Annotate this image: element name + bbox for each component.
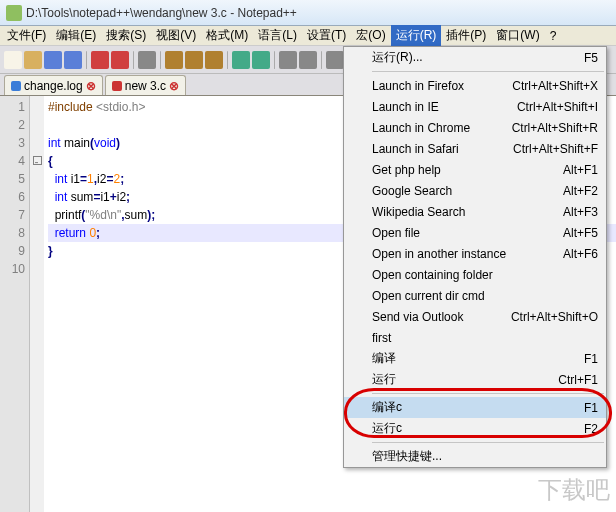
find-icon[interactable] <box>279 51 297 69</box>
tab-1[interactable]: new 3.c⊗ <box>105 75 186 95</box>
menu-10[interactable]: 窗口(W) <box>491 25 544 46</box>
separator <box>133 51 134 69</box>
menu-item-label: Google Search <box>372 184 452 198</box>
menu-item-0[interactable]: 运行(R)...F5 <box>344 47 606 68</box>
app-icon <box>6 5 22 21</box>
menu-item-13[interactable]: Send via OutlookCtrl+Alt+Shift+O <box>344 306 606 327</box>
menu-0[interactable]: 文件(F) <box>2 25 51 46</box>
menu-item-label: 运行c <box>372 420 402 437</box>
run-menu: 运行(R)...F5Launch in FirefoxCtrl+Alt+Shif… <box>343 46 607 468</box>
menu-item-shortcut: Ctrl+Alt+Shift+I <box>517 100 598 114</box>
close-icon[interactable]: ⊗ <box>86 79 96 93</box>
redo-icon[interactable] <box>252 51 270 69</box>
menu-item-shortcut: Ctrl+Alt+Shift+X <box>512 79 598 93</box>
menu-item-shortcut: F2 <box>584 422 598 436</box>
tab-dirty-icon <box>11 81 21 91</box>
menu-item-label: Launch in Chrome <box>372 121 470 135</box>
paste-icon[interactable] <box>205 51 223 69</box>
menu-item-label: 编译c <box>372 399 402 416</box>
menu-item-11[interactable]: Open containing folder <box>344 264 606 285</box>
menu-item-7[interactable]: Google SearchAlt+F2 <box>344 180 606 201</box>
menubar: 文件(F)编辑(E)搜索(S)视图(V)格式(M)语言(L)设置(T)宏(O)运… <box>0 26 616 46</box>
copy-icon[interactable] <box>185 51 203 69</box>
menu-item-label: Wikipedia Search <box>372 205 465 219</box>
menu-item-8[interactable]: Wikipedia SearchAlt+F3 <box>344 201 606 222</box>
menu-item-label: first <box>372 331 391 345</box>
tab-dirty-icon <box>112 81 122 91</box>
separator <box>321 51 322 69</box>
undo-icon[interactable] <box>232 51 250 69</box>
zoom-in-icon[interactable] <box>326 51 344 69</box>
replace-icon[interactable] <box>299 51 317 69</box>
menu-item-label: Open current dir cmd <box>372 289 485 303</box>
menu-item-shortcut: F1 <box>584 401 598 415</box>
menu-item-2[interactable]: Launch in FirefoxCtrl+Alt+Shift+X <box>344 75 606 96</box>
line-gutter: 12345678910 <box>0 96 30 512</box>
menu-item-label: Launch in Firefox <box>372 79 464 93</box>
menu-item-19[interactable]: 运行cF2 <box>344 418 606 439</box>
menu-1[interactable]: 编辑(E) <box>51 25 101 46</box>
menu-4[interactable]: 格式(M) <box>201 25 253 46</box>
menu-item-label: Launch in IE <box>372 100 439 114</box>
separator <box>227 51 228 69</box>
menu-item-shortcut: Alt+F2 <box>563 184 598 198</box>
menu-item-shortcut: F1 <box>584 352 598 366</box>
menu-item-6[interactable]: Get php helpAlt+F1 <box>344 159 606 180</box>
menu-item-shortcut: Ctrl+Alt+Shift+R <box>512 121 598 135</box>
menu-item-label: Send via Outlook <box>372 310 463 324</box>
menu-item-label: 运行 <box>372 371 396 388</box>
menu-item-3[interactable]: Launch in IECtrl+Alt+Shift+I <box>344 96 606 117</box>
menu-item-18[interactable]: 编译cF1 <box>344 397 606 418</box>
menu-item-9[interactable]: Open fileAlt+F5 <box>344 222 606 243</box>
menu-item-shortcut: Ctrl+Alt+Shift+F <box>513 142 598 156</box>
print-icon[interactable] <box>138 51 156 69</box>
menu-item-label: Open file <box>372 226 420 240</box>
fold-margin <box>30 96 44 512</box>
menu-item-5[interactable]: Launch in SafariCtrl+Alt+Shift+F <box>344 138 606 159</box>
menu-item-label: 管理快捷键... <box>372 448 442 465</box>
separator <box>274 51 275 69</box>
menu-7[interactable]: 宏(O) <box>351 25 390 46</box>
window-title: D:\Tools\notepad++\wendang\new 3.c - Not… <box>26 6 297 20</box>
separator <box>160 51 161 69</box>
save-icon[interactable] <box>44 51 62 69</box>
close-icon[interactable] <box>91 51 109 69</box>
close-all-icon[interactable] <box>111 51 129 69</box>
menu-item-12[interactable]: Open current dir cmd <box>344 285 606 306</box>
menu-item-14[interactable]: first <box>344 327 606 348</box>
save-all-icon[interactable] <box>64 51 82 69</box>
menu-item-shortcut: Ctrl+F1 <box>558 373 598 387</box>
menu-5[interactable]: 语言(L) <box>253 25 302 46</box>
menu-separator <box>372 71 604 72</box>
menu-item-label: 运行(R)... <box>372 49 423 66</box>
menu-separator <box>372 393 604 394</box>
menu-item-shortcut: Alt+F6 <box>563 247 598 261</box>
menu-8[interactable]: 运行(R) <box>391 25 442 46</box>
titlebar: D:\Tools\notepad++\wendang\new 3.c - Not… <box>0 0 616 26</box>
menu-item-shortcut: F5 <box>584 51 598 65</box>
menu-item-16[interactable]: 运行Ctrl+F1 <box>344 369 606 390</box>
menu-separator <box>372 442 604 443</box>
cut-icon[interactable] <box>165 51 183 69</box>
menu-item-shortcut: Ctrl+Alt+Shift+O <box>511 310 598 324</box>
menu-2[interactable]: 搜索(S) <box>101 25 151 46</box>
menu-item-10[interactable]: Open in another instanceAlt+F6 <box>344 243 606 264</box>
menu-9[interactable]: 插件(P) <box>441 25 491 46</box>
tab-0[interactable]: change.log⊗ <box>4 75 103 95</box>
menu-item-shortcut: Alt+F1 <box>563 163 598 177</box>
menu-item-shortcut: Alt+F5 <box>563 226 598 240</box>
menu-3[interactable]: 视图(V) <box>151 25 201 46</box>
new-icon[interactable] <box>4 51 22 69</box>
menu-item-label: Open containing folder <box>372 268 493 282</box>
menu-11[interactable]: ? <box>545 27 562 45</box>
tab-label: new 3.c <box>125 79 166 93</box>
menu-item-label: Launch in Safari <box>372 142 459 156</box>
menu-6[interactable]: 设置(T) <box>302 25 351 46</box>
open-icon[interactable] <box>24 51 42 69</box>
menu-item-21[interactable]: 管理快捷键... <box>344 446 606 467</box>
tab-label: change.log <box>24 79 83 93</box>
close-icon[interactable]: ⊗ <box>169 79 179 93</box>
menu-item-label: 编译 <box>372 350 396 367</box>
menu-item-4[interactable]: Launch in ChromeCtrl+Alt+Shift+R <box>344 117 606 138</box>
menu-item-15[interactable]: 编译F1 <box>344 348 606 369</box>
